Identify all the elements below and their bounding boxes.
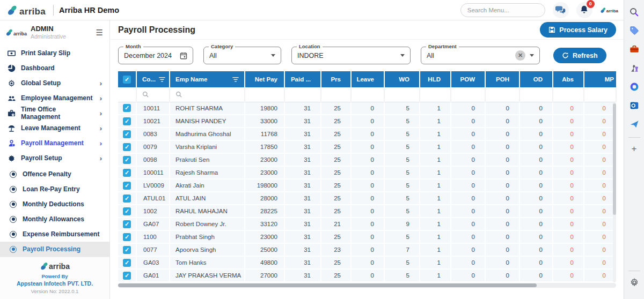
sidebar-item-time-office-management[interactable]: Time Office Management› — [0, 106, 109, 121]
calendar-icon[interactable] — [180, 52, 187, 59]
cell-leave: 0 — [351, 243, 384, 256]
sidebar-item-monthly-allowances[interactable]: Monthly Allowances — [0, 212, 109, 227]
row-checkbox[interactable]: ✓ — [118, 192, 136, 205]
chevron-right-icon: › — [100, 154, 102, 162]
checkbox-checked-icon[interactable]: ✓ — [123, 272, 131, 280]
column-header-abs[interactable]: Abs — [553, 71, 584, 87]
chevron-down-icon[interactable] — [530, 54, 534, 57]
row-checkbox[interactable]: ✓ — [118, 218, 136, 230]
sidebar-item-loan-re-pay-entry[interactable]: Loan Re-Pay Entry — [0, 182, 109, 197]
games-icon[interactable] — [627, 61, 641, 75]
cell-od: 0 — [519, 192, 553, 205]
column-header-paid[interactable]: Paid ... — [284, 71, 321, 87]
checkbox-checked-icon[interactable]: ✓ — [123, 207, 131, 215]
clear-filter-icon[interactable]: ✕ — [515, 50, 525, 61]
add-sidebar-app-button[interactable]: + — [627, 142, 641, 156]
arriba-footer-logo: arriba — [40, 261, 70, 271]
outlook-icon[interactable] — [627, 99, 641, 113]
table-horizontal-scrollbar[interactable] — [118, 283, 616, 288]
sidebar-item-global-setup[interactable]: Global Setup› — [0, 76, 109, 91]
cell-name: Madhurima Ghoshal — [170, 128, 245, 140]
send-icon[interactable] — [627, 117, 641, 131]
filter-icon[interactable] — [159, 77, 165, 83]
row-checkbox[interactable]: ✓ — [118, 205, 136, 218]
chevron-down-icon[interactable] — [271, 54, 275, 57]
column-header-mp[interactable]: MP — [584, 71, 616, 87]
row-checkbox[interactable]: ✓ — [118, 179, 136, 192]
checkbox-checked-icon[interactable]: ✓ — [123, 233, 131, 241]
department-filter[interactable]: Department All ✕ — [421, 47, 540, 64]
row-checkbox[interactable]: ✓ — [118, 102, 136, 115]
row-checkbox[interactable]: ✓ — [118, 166, 136, 179]
sidebar-item-leave-management[interactable]: Leave Management› — [0, 121, 109, 136]
row-checkbox[interactable]: ✓ — [118, 153, 136, 166]
checkbox-checked-icon[interactable]: ✓ — [123, 104, 131, 112]
hamburger-menu-icon[interactable]: ☰ — [96, 28, 103, 38]
column-header-net_pay[interactable]: Net Pay — [245, 71, 284, 87]
sidebar-user-row: arriba ADMIN Administrative ☰ — [0, 20, 109, 43]
filter-cell-name[interactable] — [170, 87, 245, 102]
month-filter[interactable]: Month December 2024 — [118, 47, 193, 64]
column-header-name[interactable]: Emp Name — [170, 71, 245, 87]
search-small-icon[interactable] — [137, 91, 169, 98]
divider — [53, 5, 54, 16]
row-checkbox[interactable]: ✓ — [118, 256, 136, 269]
column-header-hld[interactable]: HLD — [420, 71, 451, 87]
sidebar-menu: Print Salary SlipDashboardGlobal Setup›E… — [0, 43, 109, 166]
column-header-leave[interactable]: Leave — [351, 71, 384, 87]
column-header-pow[interactable]: POW — [451, 71, 485, 87]
checkbox-checked-icon[interactable]: ✓ — [123, 143, 131, 151]
checkbox-checked-icon[interactable]: ✓ — [123, 156, 131, 164]
checkbox-checked-icon[interactable]: ✓ — [123, 130, 131, 138]
sidebar-item-offence-penalty[interactable]: Offence Penalty — [0, 167, 109, 182]
sidebar-item-expense-reimbursement[interactable]: Expense Reimbursement — [0, 227, 109, 242]
sidebar-item-payroll-processing[interactable]: Payroll Processing — [0, 242, 109, 257]
row-checkbox[interactable]: ✓ — [118, 115, 136, 128]
refresh-button[interactable]: Refresh — [553, 48, 606, 63]
chat-icon[interactable] — [553, 2, 569, 18]
checkbox-checked-icon[interactable]: ✓ — [123, 220, 131, 228]
category-filter[interactable]: Category All — [203, 47, 281, 64]
select-all-checkbox[interactable]: ✓ — [118, 71, 136, 87]
checkbox-checked-icon[interactable]: ✓ — [123, 117, 131, 125]
sidebar-item-payroll-setup[interactable]: Payroll Setup› — [0, 151, 109, 166]
checkbox-checked-icon[interactable]: ✓ — [123, 195, 131, 203]
tag-icon[interactable] — [627, 24, 641, 38]
checkbox-checked-icon[interactable]: ✓ — [123, 182, 131, 190]
sidebar-item-employee-management[interactable]: Employee Management› — [0, 91, 109, 106]
settings-gear-icon[interactable] — [627, 275, 641, 289]
checkbox-checked-icon[interactable]: ✓ — [123, 246, 131, 254]
row-checkbox[interactable]: ✓ — [118, 128, 136, 140]
cell-mp: 0 — [584, 256, 616, 269]
table-vertical-scrollbar[interactable] — [613, 102, 616, 282]
column-header-poh[interactable]: POH — [485, 71, 519, 87]
sidebar-item-print-salary-slip[interactable]: Print Salary Slip — [0, 46, 109, 61]
toolbox-icon[interactable] — [627, 42, 641, 56]
cell-prs: 25 — [321, 115, 351, 128]
search-menu-input[interactable] — [460, 3, 545, 17]
row-checkbox[interactable]: ✓ — [118, 243, 136, 256]
sidebar-item-payroll-management[interactable]: Payroll Management› — [0, 136, 109, 151]
checkbox-checked-icon[interactable]: ✓ — [123, 169, 131, 177]
cell-poh: 0 — [485, 192, 519, 205]
row-checkbox[interactable]: ✓ — [118, 269, 136, 282]
location-filter[interactable]: Location INDORE — [291, 47, 411, 64]
column-header-prs[interactable]: Prs — [321, 71, 351, 87]
checkbox-checked-icon[interactable]: ✓ — [123, 76, 131, 84]
search-small-icon[interactable] — [170, 91, 244, 98]
m365-icon[interactable] — [627, 80, 641, 94]
row-checkbox[interactable]: ✓ — [118, 230, 136, 243]
filter-cell-code[interactable] — [136, 87, 170, 102]
filter-icon[interactable] — [232, 77, 239, 83]
notification-bell-icon[interactable]: 0 — [576, 2, 592, 18]
column-header-wo[interactable]: WO — [384, 71, 420, 87]
search-icon[interactable] — [627, 5, 641, 19]
process-salary-button[interactable]: Process Salary — [540, 22, 616, 38]
sidebar-item-dashboard[interactable]: Dashboard — [0, 61, 109, 76]
chevron-down-icon[interactable] — [400, 54, 405, 57]
row-checkbox[interactable]: ✓ — [118, 140, 136, 153]
checkbox-checked-icon[interactable]: ✓ — [123, 259, 131, 267]
column-header-code[interactable]: Co... — [136, 71, 170, 87]
sidebar-item-monthly-deductions[interactable]: Monthly Deductions — [0, 197, 109, 212]
column-header-od[interactable]: OD — [519, 71, 553, 87]
